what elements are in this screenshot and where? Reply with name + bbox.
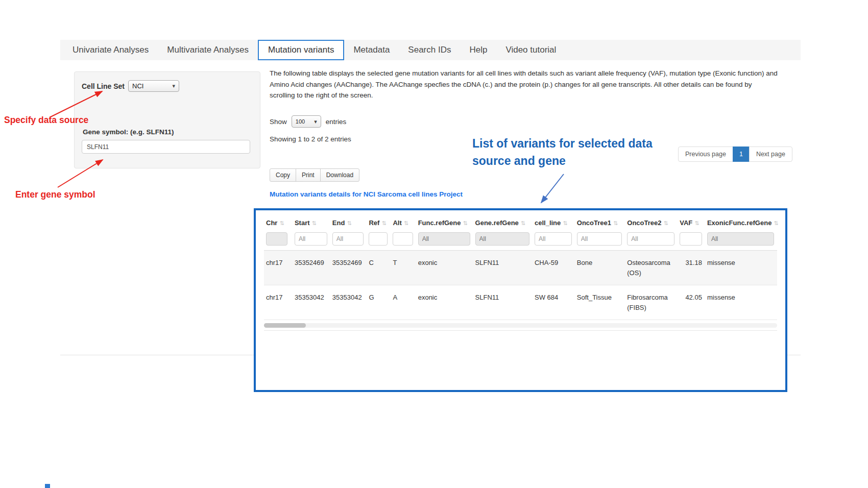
variants-table-container: Chr⇅ Start⇅ End⇅ Ref⇅ Alt⇅ Func.refGene⇅… xyxy=(254,208,787,392)
table-row[interactable]: chr17 35353042 35353042 G A exonic SLFN1… xyxy=(264,285,777,320)
show-label: Show xyxy=(270,118,287,126)
cell-cell-line: SW 684 xyxy=(533,285,575,320)
copy-button[interactable]: Copy xyxy=(270,168,296,182)
sort-icon: ⇅ xyxy=(381,220,386,226)
cell-line-set-value: NCI xyxy=(132,82,143,90)
export-buttons: Copy Print Download xyxy=(270,168,359,182)
column-header-ref[interactable]: Ref⇅ xyxy=(367,212,391,231)
sort-icon: ⇅ xyxy=(404,220,408,226)
filter-exonicfunc-refgene[interactable] xyxy=(707,232,774,246)
tab-univariate-analyses[interactable]: Univariate Analyses xyxy=(63,40,158,60)
app: Univariate Analyses Multivariate Analyse… xyxy=(0,0,868,488)
cell-oncotree2: Osteosarcoma (OS) xyxy=(625,251,678,285)
column-header-end[interactable]: End⇅ xyxy=(330,212,367,231)
table-divider xyxy=(264,330,777,331)
cell-func-refgene: exonic xyxy=(416,251,473,285)
cell-line-set-select[interactable]: NCI ▾ xyxy=(128,80,179,92)
annotation-specify-data-source: Specify data source xyxy=(4,115,88,126)
filter-chr[interactable] xyxy=(266,232,287,246)
filter-row xyxy=(264,231,777,251)
filter-oncotree1[interactable] xyxy=(577,232,622,246)
entries-per-page-select[interactable]: 100 ▾ xyxy=(292,115,321,128)
table-row[interactable]: chr17 35352469 35352469 C T exonic SLFN1… xyxy=(264,251,777,285)
tab-video-tutorial[interactable]: Video tutorial xyxy=(496,40,565,60)
pagination: Previous page 1 Next page xyxy=(678,147,792,162)
horizontal-scrollbar[interactable] xyxy=(264,323,777,328)
filter-func-refgene[interactable] xyxy=(418,232,470,246)
cell-end: 35353042 xyxy=(330,285,367,320)
cell-oncotree2: Fibrosarcoma (FIBS) xyxy=(625,285,678,320)
column-header-cell-line[interactable]: cell_line⇅ xyxy=(533,212,575,231)
download-button[interactable]: Download xyxy=(320,168,359,182)
filter-end[interactable] xyxy=(332,232,364,246)
bottom-accent-mark xyxy=(45,484,50,488)
column-header-exonicfunc-refgene[interactable]: ExonicFunc.refGene⇅ xyxy=(705,212,777,231)
cell-line-set-label: Cell Line Set xyxy=(82,82,125,90)
next-page-button[interactable]: Next page xyxy=(749,147,792,162)
tab-mutation-variants[interactable]: Mutation variants xyxy=(258,40,344,60)
column-header-gene-refgene[interactable]: Gene.refGene⇅ xyxy=(473,212,533,231)
sort-icon: ⇅ xyxy=(613,220,618,226)
column-header-start[interactable]: Start⇅ xyxy=(293,212,330,231)
entries-per-page-value: 100 xyxy=(296,118,305,125)
cell-start: 35352469 xyxy=(293,251,330,285)
column-header-chr[interactable]: Chr⇅ xyxy=(264,212,293,231)
header-row: Chr⇅ Start⇅ End⇅ Ref⇅ Alt⇅ Func.refGene⇅… xyxy=(264,212,777,231)
tab-multivariate-analyses[interactable]: Multivariate Analyses xyxy=(158,40,258,60)
filter-alt[interactable] xyxy=(393,232,413,246)
scrollbar-thumb[interactable] xyxy=(264,323,306,328)
table-description: The following table displays the selecte… xyxy=(270,68,778,101)
table-title-link[interactable]: Mutation variants details for NCI Sarcom… xyxy=(270,190,463,198)
column-header-oncotree1[interactable]: OncoTree1⇅ xyxy=(575,212,625,231)
column-header-alt[interactable]: Alt⇅ xyxy=(391,212,416,231)
cell-vaf: 42.05 xyxy=(678,285,705,320)
sort-icon: ⇅ xyxy=(279,220,284,226)
cell-cell-line: CHA-59 xyxy=(533,251,575,285)
sort-icon: ⇅ xyxy=(694,220,699,226)
show-entries-control: Show 100 ▾ entries xyxy=(270,115,346,128)
cell-ref: G xyxy=(367,285,391,320)
cell-exonicfunc-refgene: missense xyxy=(705,285,777,320)
chevron-down-icon: ▾ xyxy=(314,118,317,125)
cell-alt: A xyxy=(391,285,416,320)
sort-icon: ⇅ xyxy=(312,220,317,226)
cell-gene-refgene: SLFN11 xyxy=(473,285,533,320)
gene-symbol-label: Gene symbol: (e.g. SLFN11) xyxy=(83,128,174,136)
print-button[interactable]: Print xyxy=(296,168,321,182)
cell-func-refgene: exonic xyxy=(416,285,473,320)
column-header-oncotree2[interactable]: OncoTree2⇅ xyxy=(625,212,678,231)
arrow-list-of-variants xyxy=(541,174,564,203)
sort-icon: ⇅ xyxy=(463,220,467,226)
sort-icon: ⇅ xyxy=(563,220,567,226)
filter-start[interactable] xyxy=(295,232,327,246)
entries-label: entries xyxy=(326,118,347,126)
previous-page-button[interactable]: Previous page xyxy=(678,147,733,162)
gene-symbol-input[interactable] xyxy=(82,140,250,154)
tab-metadata[interactable]: Metadata xyxy=(344,40,399,60)
filter-ref[interactable] xyxy=(369,232,388,246)
filter-gene-refgene[interactable] xyxy=(475,232,529,246)
filter-cell-line[interactable] xyxy=(535,232,572,246)
filter-vaf[interactable] xyxy=(680,232,702,246)
cell-chr: chr17 xyxy=(264,251,293,285)
cell-alt: T xyxy=(391,251,416,285)
variants-table: Chr⇅ Start⇅ End⇅ Ref⇅ Alt⇅ Func.refGene⇅… xyxy=(264,212,777,320)
annotation-enter-gene-symbol: Enter gene symbol xyxy=(15,189,95,200)
cell-ref: C xyxy=(367,251,391,285)
tab-search-ids[interactable]: Search IDs xyxy=(399,40,460,60)
cell-gene-refgene: SLFN11 xyxy=(473,251,533,285)
showing-entries-text: Showing 1 to 2 of 2 entries xyxy=(270,135,351,143)
filter-oncotree2[interactable] xyxy=(627,232,674,246)
column-header-func-refgene[interactable]: Func.refGene⇅ xyxy=(416,212,473,231)
page-number-button[interactable]: 1 xyxy=(733,147,750,162)
controls-panel: Cell Line Set NCI ▾ Gene symbol: (e.g. S… xyxy=(74,71,260,168)
tab-help[interactable]: Help xyxy=(460,40,496,60)
cell-start: 35353042 xyxy=(293,285,330,320)
cell-end: 35352469 xyxy=(330,251,367,285)
cell-oncotree1: Bone xyxy=(575,251,625,285)
sort-icon: ⇅ xyxy=(347,220,351,226)
annotation-list-of-variants: List of variants for selected data sourc… xyxy=(472,135,682,169)
sort-icon: ⇅ xyxy=(774,220,778,226)
column-header-vaf[interactable]: VAF⇅ xyxy=(678,212,705,231)
main-nav: Univariate Analyses Multivariate Analyse… xyxy=(60,40,801,60)
